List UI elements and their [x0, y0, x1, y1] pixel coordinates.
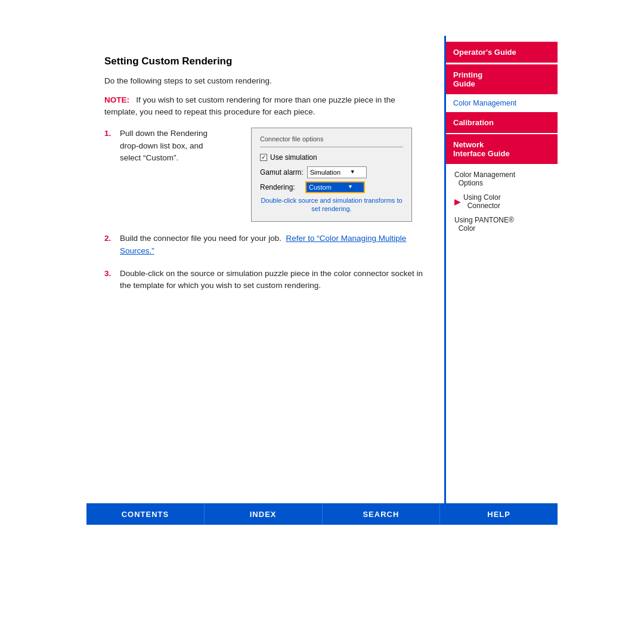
gamut-value: Simulation: [310, 168, 340, 178]
sidebar-operators-guide[interactable]: Operator's Guide: [446, 42, 558, 63]
step-1-text: Pull down the Rendering drop-down list b…: [120, 128, 239, 164]
note-text: If you wish to set custom rendering for …: [104, 95, 395, 116]
dialog-checkbox-label: Use simulation: [270, 152, 317, 163]
step-2-number: 2.: [104, 233, 116, 244]
dialog-checkbox-row: ✓ Use simulation: [260, 152, 403, 163]
dialog-title: Connector file options: [260, 134, 403, 147]
dialog-hint: Double-click source and simulation trans…: [260, 196, 403, 213]
step-2-text: Build the connector file you need for yo…: [120, 234, 281, 243]
rendering-select[interactable]: Custom ▼: [305, 181, 365, 193]
bottom-nav: Contents Index Search Help: [86, 503, 558, 525]
nav-index[interactable]: Index: [205, 503, 323, 525]
sidebar-arrow-icon: ▶: [454, 197, 461, 206]
gamut-row: Gamut alarm: Simulation ▼: [260, 166, 403, 178]
step-1-content: Pull down the Rendering drop-down list b…: [120, 128, 426, 222]
sidebar-printing-guide[interactable]: PrintingGuide: [446, 64, 558, 94]
rendering-arrow: ▼: [348, 183, 353, 191]
step-1-dialog: Connector file options ✓ Use simulation …: [251, 128, 426, 222]
nav-contents[interactable]: Contents: [86, 503, 205, 525]
rendering-value: Custom: [309, 182, 332, 193]
step-2: 2. Build the connector file you need for…: [104, 233, 426, 257]
sidebar-using-pantone[interactable]: Using PANTONE® Color: [446, 213, 558, 236]
sidebar-using-color-connector-label: Using Color Connector: [463, 193, 501, 210]
sidebar-color-management-options[interactable]: Color Management Options: [446, 168, 558, 190]
step-3-content: Double-click on the source or simulation…: [120, 268, 426, 292]
rendering-row: Rendering: Custom ▼: [260, 181, 403, 193]
doc-body: Setting Custom Rendering Do the followin…: [86, 36, 558, 503]
note-label: NOTE:: [104, 95, 129, 104]
steps-list: 1. Pull down the Rendering drop-down lis…: [104, 128, 426, 292]
sidebar: Operator's Guide PrintingGuide Color Man…: [444, 36, 558, 503]
nav-help[interactable]: Help: [440, 503, 558, 525]
page-wrapper: Setting Custom Rendering Do the followin…: [0, 0, 644, 644]
gamut-arrow: ▼: [350, 168, 355, 177]
main-content: Setting Custom Rendering Do the followin…: [86, 36, 444, 503]
step-1: 1. Pull down the Rendering drop-down lis…: [104, 128, 426, 222]
intro-text: Do the following steps to set custom ren…: [104, 75, 426, 87]
sidebar-using-color-connector[interactable]: ▶ Using Color Connector: [446, 190, 558, 213]
sidebar-color-management[interactable]: Color Management: [446, 95, 558, 111]
gamut-select[interactable]: Simulation ▼: [307, 166, 367, 178]
step-1-number: 1.: [104, 128, 116, 140]
nav-search[interactable]: Search: [323, 503, 441, 525]
document: Setting Custom Rendering Do the followin…: [86, 36, 558, 525]
dialog-box: Connector file options ✓ Use simulation …: [251, 128, 412, 222]
note-block: NOTE: If you wish to set custom renderin…: [104, 94, 426, 119]
step-2-content: Build the connector file you need for yo…: [120, 233, 426, 257]
section-title: Setting Custom Rendering: [104, 54, 426, 69]
sidebar-calibration[interactable]: Calibration: [446, 112, 558, 133]
rendering-label: Rendering:: [260, 182, 302, 193]
step-3-number: 3.: [104, 268, 116, 280]
gamut-label: Gamut alarm:: [260, 167, 304, 178]
step-1-inline: Pull down the Rendering drop-down list b…: [120, 128, 426, 222]
step-3: 3. Double-click on the source or simulat…: [104, 268, 426, 292]
sidebar-network-interface[interactable]: NetworkInterface Guide: [446, 134, 558, 164]
dialog-checkbox[interactable]: ✓: [260, 154, 267, 161]
